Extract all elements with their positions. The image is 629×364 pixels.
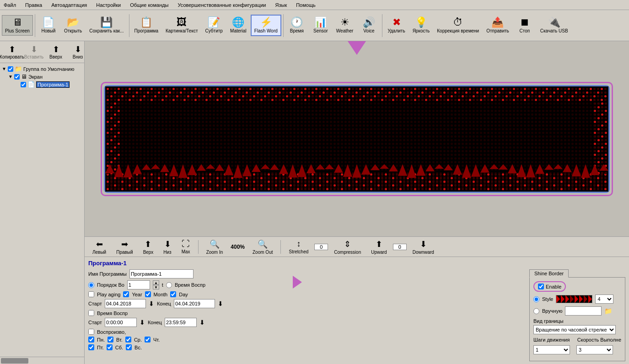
plus-screen-button[interactable]: 🖥 Plus Screen xyxy=(2,15,33,36)
menu-help[interactable]: Помощь xyxy=(294,1,317,9)
send-button[interactable]: 📤 Отправить xyxy=(483,15,512,36)
align-top-button[interactable]: ⬆ Верх xyxy=(139,238,158,256)
menu-language[interactable]: Язык xyxy=(273,1,289,9)
year-checkbox[interactable] xyxy=(123,291,129,297)
zoom-in-button[interactable]: 🔍 Zoom In xyxy=(202,238,227,256)
tue-checkbox[interactable] xyxy=(108,337,113,343)
speed-label: Скорость Выполне xyxy=(577,337,621,343)
material-icon: 🌐 xyxy=(232,17,244,27)
time-radio[interactable] xyxy=(166,282,172,288)
material-button[interactable]: 🌐 Material xyxy=(227,15,250,36)
month-checkbox[interactable] xyxy=(145,291,151,297)
compression-button[interactable]: ⇕ Compression xyxy=(330,238,365,256)
play-time-checkbox[interactable] xyxy=(88,310,94,316)
paste-button[interactable]: ⬇ Вставить xyxy=(24,43,44,61)
sat-checkbox[interactable] xyxy=(107,344,113,350)
enable-label: Enable xyxy=(546,284,561,289)
left-scrollbar[interactable] xyxy=(0,357,84,364)
zoom-out-button[interactable]: 🔍 Zoom Out xyxy=(248,238,277,256)
fri-checkbox[interactable] xyxy=(88,344,94,350)
style-radio[interactable] xyxy=(533,296,539,302)
play-start-input[interactable] xyxy=(105,318,137,327)
thu-checkbox[interactable] xyxy=(145,337,151,343)
tree-group[interactable]: ▼ 📁 Группа по Умолчанию xyxy=(2,65,82,73)
subtitle-button[interactable]: 📝 Субтитр xyxy=(202,15,226,36)
upward-input[interactable] xyxy=(393,244,407,250)
open-button[interactable]: 📂 Открыть xyxy=(61,15,85,36)
brightness-button[interactable]: 💡 Яркость xyxy=(409,15,433,36)
downward-button[interactable]: ⬇ Downward xyxy=(409,238,438,256)
screen-checkbox[interactable] xyxy=(14,74,20,80)
upward-button[interactable]: ⬆ Upward xyxy=(367,238,391,256)
screen-expander[interactable]: ▼ xyxy=(8,74,13,79)
voice-button[interactable]: 🔊 Voice xyxy=(357,15,380,36)
style-select[interactable]: 4 1 2 3 5 xyxy=(595,294,613,304)
align-left-button[interactable]: ⬅ Левый xyxy=(88,238,110,256)
stop-button[interactable]: ⏹ Стоп xyxy=(513,15,536,36)
menu-autoadapt[interactable]: Автоадаптация xyxy=(49,1,89,9)
group-checkbox[interactable] xyxy=(8,66,13,72)
stretched-button[interactable]: ↕ Stretched xyxy=(285,238,312,256)
program-checkbox[interactable] xyxy=(21,82,26,87)
time-button[interactable]: 🕐 Время xyxy=(285,15,308,36)
manual-browse-icon[interactable]: 📁 xyxy=(604,307,612,315)
menu-settings[interactable]: Настройки xyxy=(94,1,123,9)
new-button[interactable]: 📄 Новый xyxy=(37,15,60,36)
program-name-input[interactable] xyxy=(129,269,194,278)
menu-advanced-config[interactable]: Усовершенствованные конфигурации xyxy=(176,1,268,9)
weather-button[interactable]: ☀ Weather xyxy=(333,15,357,36)
picture-text-button[interactable]: 🖼 Картинка/Текст xyxy=(162,15,201,36)
copy-button[interactable]: ⬆ Копировать xyxy=(2,43,22,61)
flash-word-button[interactable]: ⚡ Flash Word xyxy=(251,15,281,36)
align-bottom-button[interactable]: ⬇ Низ xyxy=(159,238,175,256)
manual-radio[interactable] xyxy=(533,308,539,314)
wed-checkbox[interactable] xyxy=(125,337,131,343)
menu-common-commands[interactable]: Общие команды xyxy=(128,1,170,9)
tree-screen[interactable]: ▼ 🖥 Экран xyxy=(2,73,82,80)
manual-input[interactable] xyxy=(565,306,602,316)
play-aging-checkbox[interactable] xyxy=(88,291,94,297)
time-correction-icon: ⏱ xyxy=(453,17,463,27)
tree-program[interactable]: 📄 Программа-1 xyxy=(2,80,82,88)
play-end-input[interactable] xyxy=(165,318,197,327)
day-checkbox[interactable] xyxy=(170,291,176,297)
save-as-button[interactable]: 💾 Сохранить как... xyxy=(86,15,127,36)
enable-checkbox[interactable] xyxy=(538,284,544,289)
max-label: Max xyxy=(182,249,190,254)
group-expander[interactable]: ▼ xyxy=(2,66,6,71)
border-type-select[interactable]: Вращение по часовой стрелке Вращение про… xyxy=(533,325,616,334)
start-label: Старт xyxy=(88,301,102,306)
sun-checkbox[interactable] xyxy=(126,344,132,350)
save-as-label: Сохранить как... xyxy=(89,28,124,33)
steps-select[interactable]: 1 2 3 xyxy=(533,345,570,354)
menu-edit[interactable]: Правка xyxy=(23,1,44,9)
speed-select[interactable]: 3 1 2 xyxy=(576,345,613,354)
mon-checkbox[interactable] xyxy=(88,337,94,343)
sun-label: Вс. xyxy=(134,345,142,350)
delete-button[interactable]: ✖ Удалить xyxy=(384,15,408,36)
program-label[interactable]: Программа-1 xyxy=(36,81,70,88)
stretched-input[interactable] xyxy=(314,244,328,250)
end-label: Конец xyxy=(157,301,171,306)
order-spin-up[interactable]: ▲ xyxy=(153,280,159,285)
order-spin-down[interactable]: ▼ xyxy=(153,285,159,289)
up-button[interactable]: ⬆ Вверх xyxy=(46,43,66,61)
paste-label: Вставить xyxy=(24,54,43,59)
align-right-button[interactable]: ➡ Правый xyxy=(112,238,137,256)
fri-label: Пт. xyxy=(97,345,104,350)
start-date-input[interactable] xyxy=(105,299,146,308)
order-radio[interactable] xyxy=(88,282,94,288)
time-correction-button[interactable]: ⏱ Коррекция времени xyxy=(434,15,482,36)
menu-file[interactable]: Файл xyxy=(2,1,18,9)
program-button[interactable]: 📋 Программа xyxy=(131,15,161,36)
download-usb-button[interactable]: 🔌 Скачать USB xyxy=(537,15,571,36)
shine-tab[interactable]: Shine Border xyxy=(529,269,569,278)
replay-checkbox[interactable] xyxy=(88,329,94,335)
end-date-input[interactable] xyxy=(174,299,215,308)
order-input[interactable] xyxy=(127,280,150,289)
toolbar-separator-4 xyxy=(382,14,382,37)
sensor-button[interactable]: 📊 Sensor xyxy=(309,15,332,36)
down-label: Вниз xyxy=(73,54,83,59)
max-button[interactable]: ⛶ Max xyxy=(177,238,194,256)
day-label: Day xyxy=(179,292,188,297)
